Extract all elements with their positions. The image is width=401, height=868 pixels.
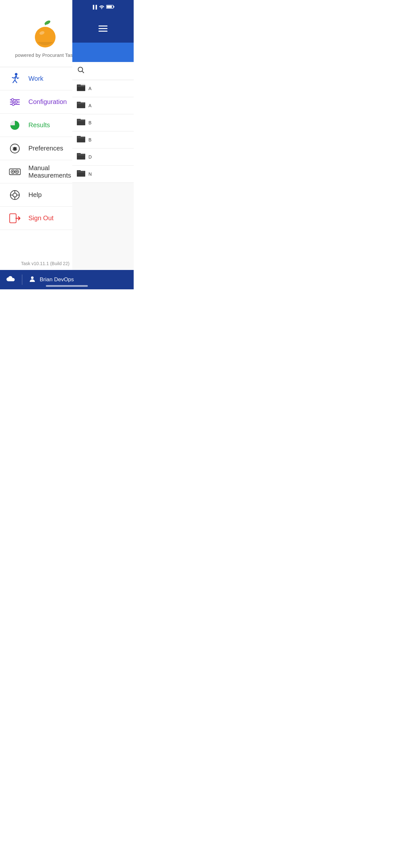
work-icon (9, 73, 21, 85)
svg-point-49 (12, 171, 13, 173)
home-indicator (46, 285, 88, 287)
svg-point-44 (13, 147, 14, 148)
signal-icon: ▐▐ (91, 5, 97, 9)
preferences-icon (9, 143, 21, 154)
right-panel: A A B (72, 62, 134, 270)
sign-out-icon (9, 213, 21, 223)
hamburger-button[interactable] (95, 22, 111, 35)
folder-label-b1: B (89, 120, 91, 125)
folder-item-n1[interactable]: N (72, 166, 134, 183)
cloud-icon (6, 275, 16, 284)
svg-point-3 (78, 67, 83, 72)
svg-rect-17 (78, 120, 85, 121)
svg-point-37 (11, 98, 14, 101)
menu-label-work: Work (28, 75, 43, 82)
svg-rect-24 (78, 154, 85, 154)
menu-label-help: Help (28, 191, 42, 198)
svg-point-50 (16, 171, 18, 173)
svg-rect-57 (10, 214, 16, 223)
svg-point-43 (13, 147, 17, 150)
wifi-icon (99, 4, 104, 10)
configuration-icon (9, 97, 21, 106)
highlight-bar (72, 42, 134, 62)
bottom-divider (22, 275, 22, 285)
folder-icon-n1 (77, 169, 85, 179)
folder-icon-b1 (77, 118, 85, 127)
svg-point-58 (31, 276, 34, 279)
svg-rect-16 (78, 120, 85, 120)
screen-container: ▐▐ (0, 0, 134, 289)
svg-rect-21 (78, 137, 85, 138)
hamburger-area (72, 14, 134, 42)
manual-measurements-icon (9, 167, 21, 176)
folder-item-b1[interactable]: B (72, 114, 134, 131)
hamburger-line-3 (98, 31, 107, 32)
folder-item-b2[interactable]: B (72, 131, 134, 149)
svg-point-38 (15, 101, 18, 103)
svg-rect-8 (78, 85, 85, 86)
app-logo (31, 20, 60, 49)
user-name: Brian DevOps (40, 276, 74, 283)
powered-by-text: powered by Procurant Task (15, 52, 75, 58)
hamburger-line-2 (98, 28, 107, 29)
svg-rect-7 (77, 84, 85, 90)
status-bar: ▐▐ (72, 0, 134, 14)
battery-icon (106, 4, 115, 10)
svg-rect-25 (78, 155, 85, 155)
svg-rect-13 (78, 103, 85, 104)
results-icon (9, 120, 21, 131)
svg-rect-1 (106, 5, 112, 8)
folder-label-b2: B (89, 137, 91, 143)
folder-icon-a2 (77, 101, 85, 110)
folder-label-a2: A (89, 103, 91, 108)
svg-point-39 (12, 103, 14, 105)
search-row (72, 62, 134, 80)
svg-rect-20 (78, 136, 85, 137)
menu-label-configuration: Configuration (28, 98, 67, 105)
help-icon (9, 190, 21, 200)
search-icon (78, 66, 85, 75)
hamburger-line-1 (98, 26, 107, 27)
status-bar-icons: ▐▐ (91, 4, 114, 10)
folder-item-a1[interactable]: A (72, 80, 134, 97)
svg-point-33 (15, 73, 18, 75)
folder-item-a2[interactable]: A (72, 97, 134, 114)
menu-label-sign-out: Sign Out (28, 214, 54, 222)
svg-rect-28 (78, 171, 85, 172)
menu-label-preferences: Preferences (28, 145, 63, 152)
folder-label-n1: N (89, 172, 92, 177)
svg-point-45 (16, 147, 17, 148)
svg-rect-2 (113, 6, 114, 7)
user-icon (29, 275, 36, 284)
svg-rect-29 (78, 172, 85, 173)
folder-label-a1: A (89, 86, 91, 91)
svg-rect-12 (78, 102, 85, 103)
svg-line-4 (82, 71, 84, 73)
menu-label-results: Results (28, 121, 50, 129)
folder-item-d1[interactable]: D (72, 149, 134, 166)
folder-label-d1: D (89, 154, 92, 159)
svg-point-52 (13, 193, 17, 197)
folder-icon-b2 (77, 135, 85, 144)
folder-icon-a1 (77, 84, 85, 93)
folder-icon-d1 (77, 152, 85, 161)
svg-rect-9 (78, 86, 85, 87)
